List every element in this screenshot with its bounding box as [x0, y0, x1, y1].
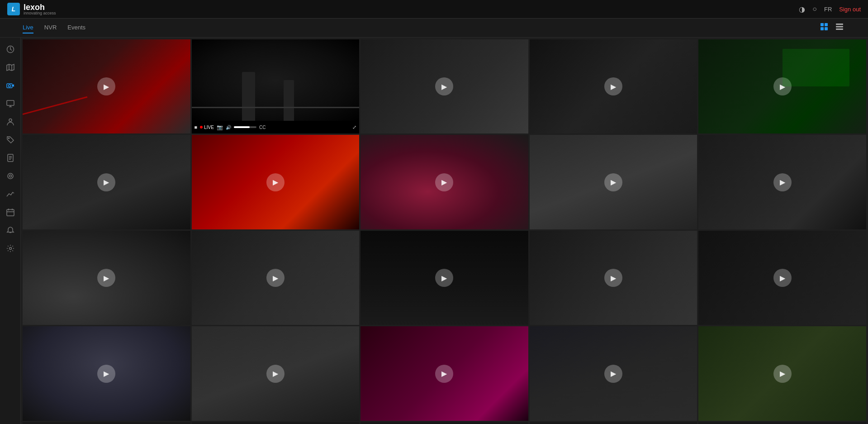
list-view-button[interactable] [834, 22, 845, 34]
play-button-9[interactable]: ▶ [604, 173, 622, 191]
camera-cell-18[interactable]: ▶ [360, 326, 528, 420]
svg-line-9 [10, 49, 12, 50]
play-button-8[interactable]: ▶ [435, 173, 453, 191]
sidebar-item-chart[interactable] [2, 186, 19, 202]
tab-live[interactable]: Live [23, 22, 33, 33]
play-button-3[interactable]: ▶ [435, 77, 453, 95]
camera-cell-20[interactable]: ▶ [698, 326, 866, 420]
empty-cell-2 [192, 422, 360, 424]
logo-text: lexoh innovating access [24, 3, 56, 15]
logo-icon: L [7, 3, 20, 15]
camera-cell-4[interactable]: ▶ [530, 39, 697, 133]
video-grid: ▶ ■ LIVE [23, 39, 866, 424]
play-button-4[interactable]: ▶ [604, 77, 622, 95]
empty-cell-4 [530, 422, 697, 424]
camera-cell-16[interactable]: ▶ [23, 326, 190, 420]
signout-button[interactable]: Sign out [839, 6, 861, 13]
sidebar-item-tag[interactable] [2, 132, 19, 148]
play-button-10[interactable]: ▶ [773, 173, 792, 191]
logo-area: L lexoh innovating access [7, 3, 62, 15]
volume-bar-2[interactable] [234, 126, 256, 128]
svg-point-15 [8, 85, 10, 87]
svg-rect-4 [836, 24, 843, 25]
sidebar-item-video-camera[interactable] [2, 168, 19, 184]
camera-cell-3[interactable]: ▶ [360, 39, 528, 133]
volume-fill-2 [234, 126, 250, 128]
svg-rect-2 [821, 27, 824, 30]
live-badge-2: LIVE [200, 125, 214, 130]
sidebar-item-bell[interactable] [2, 222, 19, 238]
camera-cell-15[interactable]: ▶ [698, 231, 866, 325]
svg-rect-1 [825, 23, 828, 26]
camera-cell-8[interactable]: ▶ [360, 135, 528, 229]
live-label-2: LIVE [204, 125, 214, 130]
sidebar-item-settings[interactable] [2, 240, 19, 257]
camera-cell-17[interactable]: ▶ [192, 326, 360, 420]
cc-button-2[interactable]: CC [259, 125, 266, 130]
svg-point-32 [9, 248, 11, 250]
camera-cell-7[interactable]: ▶ [192, 135, 360, 229]
play-button-7[interactable]: ▶ [266, 173, 285, 191]
play-button-11[interactable]: ▶ [97, 269, 115, 287]
play-button-12[interactable]: ▶ [266, 269, 285, 287]
play-button-18[interactable]: ▶ [435, 365, 453, 383]
camera-cell-2[interactable]: ■ LIVE 📷 🔊 CC ⤢ [192, 39, 360, 133]
camera-cell-19[interactable]: ▶ [530, 326, 697, 420]
empty-cell-1 [23, 422, 190, 424]
volume-icon-2[interactable]: 🔊 [226, 125, 231, 130]
sidebar-item-monitor[interactable] [2, 95, 19, 112]
live-dot-2 [200, 126, 203, 129]
empty-cell-5 [698, 422, 866, 424]
sidebar [0, 38, 21, 424]
camera-icon-2[interactable]: 📷 [217, 124, 223, 130]
play-button-1[interactable]: ▶ [97, 77, 115, 95]
play-button-17[interactable]: ▶ [266, 365, 285, 383]
tab-nvr[interactable]: NVR [44, 22, 57, 33]
play-button-15[interactable]: ▶ [773, 269, 792, 287]
sidebar-item-document[interactable] [2, 150, 19, 166]
play-button-16[interactable]: ▶ [97, 365, 115, 383]
camera-2-still [192, 39, 360, 121]
secondary-nav: Live NVR Events [0, 19, 868, 38]
logo-sub: innovating access [24, 11, 56, 15]
main-content: ▶ ■ LIVE [21, 38, 868, 424]
contrast-icon[interactable]: ◑ [799, 5, 805, 14]
topbar-actions: ◑ ○ FR Sign out [799, 5, 861, 14]
circle-icon[interactable]: ○ [812, 5, 817, 13]
nav-tabs: Live NVR Events [23, 22, 818, 33]
play-button-13[interactable]: ▶ [435, 269, 453, 287]
sidebar-item-map[interactable] [2, 59, 19, 76]
empty-cell-3 [360, 422, 528, 424]
lang-button[interactable]: FR [824, 6, 832, 13]
sidebar-item-camera[interactable] [2, 77, 19, 94]
camera-cell-1[interactable]: ▶ [23, 39, 190, 133]
play-button-19[interactable]: ▶ [604, 365, 622, 383]
grid-view-button[interactable] [818, 22, 830, 34]
sidebar-item-clock[interactable] [2, 41, 19, 57]
stop-button-2[interactable]: ■ [194, 124, 198, 130]
svg-marker-10 [7, 64, 14, 71]
camera-cell-13[interactable]: ▶ [360, 231, 528, 325]
svg-rect-16 [7, 100, 14, 105]
play-button-6[interactable]: ▶ [97, 173, 115, 191]
play-button-14[interactable]: ▶ [604, 269, 622, 287]
svg-point-20 [8, 138, 9, 139]
svg-point-19 [9, 119, 12, 122]
camera-cell-11[interactable]: ▶ [23, 231, 190, 325]
camera-cell-9[interactable]: ▶ [530, 135, 697, 229]
play-button-20[interactable]: ▶ [773, 365, 792, 383]
view-controls [818, 22, 845, 34]
camera-cell-6[interactable]: ▶ [23, 135, 190, 229]
sidebar-item-calendar[interactable] [2, 204, 19, 220]
camera-cell-5[interactable]: ▶ [698, 39, 866, 133]
camera-cell-14[interactable]: ▶ [530, 231, 697, 325]
camera-2-video [192, 39, 360, 121]
fullscreen-button-2[interactable]: ⤢ [352, 124, 356, 130]
tab-events[interactable]: Events [67, 22, 85, 33]
sidebar-item-person[interactable] [2, 114, 19, 130]
svg-rect-0 [821, 23, 824, 26]
camera-cell-10[interactable]: ▶ [698, 135, 866, 229]
topbar: L lexoh innovating access ◑ ○ FR Sign ou… [0, 0, 868, 19]
play-button-5[interactable]: ▶ [773, 77, 792, 95]
camera-cell-12[interactable]: ▶ [192, 231, 360, 325]
